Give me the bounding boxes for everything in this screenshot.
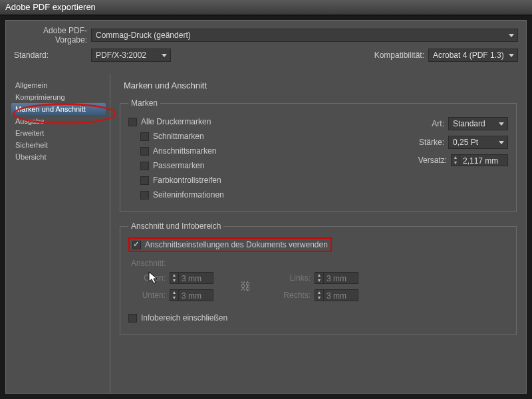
mark-offset-label: Versatz: [418, 156, 447, 165]
marks-fieldset: Marken Alle Druckermarken Schnittmarken [120, 98, 517, 212]
annotation-highlight-box: Anschnittseinstellungen des Dokuments ve… [128, 237, 332, 252]
bleed-subtitle: Anschnitt: [128, 252, 508, 272]
sidebar-item-marks-bleed[interactable]: Marken und Anschnitt [11, 103, 106, 115]
all-marks-label: Alle Druckermarken [141, 117, 211, 126]
use-document-bleed-label: Anschnittseinstellungen des Dokuments ve… [145, 240, 328, 249]
link-icon: ⛓ [240, 281, 251, 293]
compatibility-label: Kompatibilität: [374, 51, 424, 60]
sidebar-item-general[interactable]: Allgemein [11, 79, 106, 91]
bleed-marks-label: Anschnittsmarken [153, 146, 216, 156]
panel-title: Marken und Anschnitt [120, 80, 517, 90]
standard-select[interactable]: PDF/X-3:2002 [91, 49, 171, 62]
registration-marks-checkbox[interactable] [140, 162, 149, 170]
standard-label: Standard: [14, 51, 87, 60]
mark-weight-label: Stärke: [419, 138, 444, 147]
mark-type-select[interactable]: Standard [448, 117, 508, 130]
sidebar-item-security[interactable]: Sicherheit [11, 139, 106, 151]
include-slug-checkbox[interactable] [128, 314, 137, 323]
bleed-right-label: Rechts: [277, 291, 311, 300]
window-title: Adobe PDF exportieren [0, 0, 532, 15]
sidebar-item-summary[interactable]: Übersicht [11, 151, 106, 163]
mark-offset-spinner[interactable]: ▲▼ 2,117 mm [451, 154, 508, 166]
sidebar-item-output[interactable]: Ausgabe [11, 115, 106, 127]
bleed-top-spinner: ▲▼ 3 mm [170, 272, 213, 284]
standard-row: Standard: PDF/X-3:2002 Kompatibilität: A… [6, 49, 526, 68]
crop-marks-label: Schnittmarken [153, 132, 204, 141]
bleed-marks-checkbox[interactable] [140, 147, 149, 156]
mark-weight-select[interactable]: 0,25 Pt [448, 136, 508, 149]
crop-marks-checkbox[interactable] [140, 132, 149, 141]
include-slug-label: Infobereich einschließen [141, 313, 227, 323]
sidebar-item-compression[interactable]: Komprimierung [11, 91, 106, 103]
color-bars-checkbox[interactable] [140, 176, 149, 185]
bleed-legend: Anschnitt und Infobereich [128, 221, 223, 231]
marks-legend: Marken [128, 98, 160, 108]
sidebar-item-advanced[interactable]: Erweitert [11, 127, 106, 139]
bleed-bottom-label: Unten: [132, 291, 166, 300]
bleed-right-spinner: ▲▼ 3 mm [315, 289, 358, 301]
compatibility-select[interactable]: Acrobat 4 (PDF 1.3) [428, 49, 518, 62]
export-pdf-dialog: Adobe PDF exportieren Adobe PDF-Vorgabe:… [0, 0, 532, 399]
page-info-label: Seiteninformationen [153, 190, 224, 200]
bleed-left-label: Links: [277, 273, 311, 283]
main-panel: Marken und Anschnitt Marken Alle Drucker… [110, 74, 526, 393]
bleed-fieldset: Anschnitt und Infobereich Anschnittseins… [120, 221, 517, 335]
bleed-left-spinner: ▲▼ 3 mm [315, 272, 358, 284]
preset-row: Adobe PDF-Vorgabe: Commag-Druck (geänder… [6, 21, 526, 49]
all-marks-checkbox[interactable] [128, 118, 137, 126]
page-info-checkbox[interactable] [140, 191, 149, 200]
registration-marks-label: Passermarken [153, 161, 204, 170]
mark-type-label: Art: [432, 119, 444, 128]
use-document-bleed-checkbox[interactable] [132, 241, 141, 249]
bleed-top-label: Oben: [132, 273, 166, 283]
dialog-body: Adobe PDF-Vorgabe: Commag-Druck (geänder… [5, 20, 527, 394]
category-sidebar: Allgemein Komprimierung Marken und Ansch… [6, 74, 110, 393]
pdf-preset-label: Adobe PDF-Vorgabe: [14, 26, 87, 45]
pdf-preset-select[interactable]: Commag-Druck (geändert) [91, 29, 518, 42]
color-bars-label: Farbkontrollstreifen [153, 176, 221, 185]
bleed-bottom-spinner: ▲▼ 3 mm [170, 289, 213, 301]
